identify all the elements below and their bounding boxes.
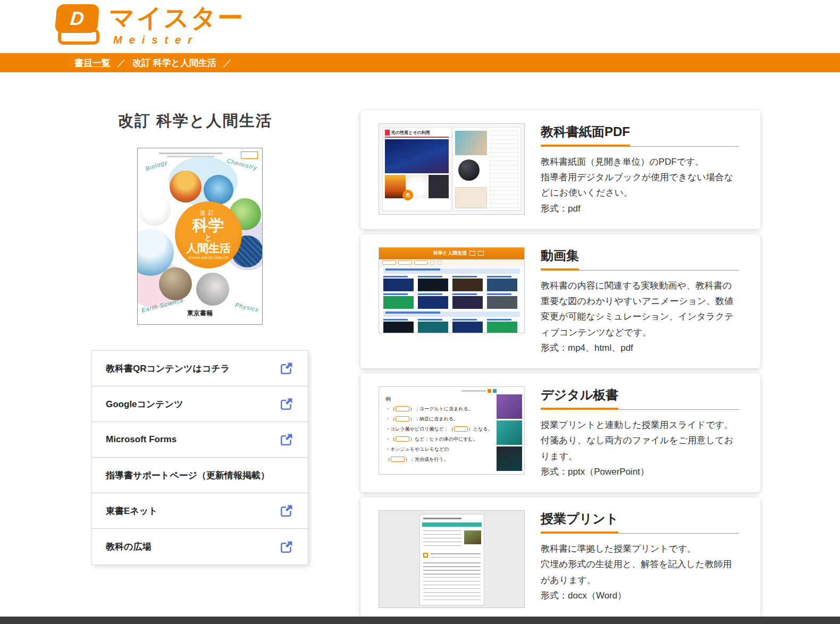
cover-publisher: 東京書籍 [138,309,262,318]
slide-text-lines: ・（）：ヨーグルトに含まれる。 ・（）：納豆に含まれる。 ・コレラ菌やピロリ菌な… [385,404,494,465]
mock-chapter-header: 光の性質とその利用 [385,130,449,138]
mock-text-lines [423,530,461,549]
logo-sub-text: Meister [113,34,245,46]
breadcrumb-home-link[interactable]: 書目一覧 [74,57,111,69]
sidebar-link-google-contents[interactable]: Googleコンテンツ [92,386,308,422]
mock-page-right [452,127,521,211]
logo-main-text: マイスター [109,5,245,31]
mock-photo [458,159,480,181]
cover-revision-badge: 改訂 [175,209,242,217]
site-logo[interactable]: D マイスター Meister [56,4,245,46]
external-links-list: 教科書QRコンテンツはコチラ Googleコンテンツ Microsoft For… [91,350,308,565]
logo-d-icon: D [56,4,102,46]
cover-approval-text [159,153,223,154]
card-lesson-prints[interactable]: 授業プリント 教科書に準拠した授業プリントです。 穴埋め形式の生徒用と、解答を記… [360,497,760,621]
card-description: 授業プリントと連動した授業用スライドです。 付箋あり、なし両方のファイルをご用意… [541,417,739,464]
external-link-icon[interactable] [279,397,294,411]
mock-video-row [379,292,524,310]
external-link-icon[interactable] [279,361,294,376]
card-format: 形式：docx（Word） [541,588,739,603]
mock-video-row [379,275,524,292]
card-text-block: 授業プリント 教科書に準拠した授業プリントです。 穴埋め形式の生徒用と、解答を記… [541,510,739,608]
cover-title-line3: 人間生活 [175,242,242,254]
cover-title-line1: 科学 [175,217,242,234]
link-label: 教科の広場 [106,541,151,553]
thumbnail-textbook-pdf[interactable]: 光の性質とその利用 光 [379,123,525,215]
mock-pager [437,260,442,265]
main-content: 改訂 科学と人間生活 改訂 科学 と [0,72,840,621]
mock-section-header [383,311,520,317]
mock-slide-photos [497,394,522,471]
mock-tab [414,260,428,265]
link-label: Googleコンテンツ [106,398,183,410]
slide-heading: 例 [385,395,391,403]
fill-in-blank [396,406,409,411]
mock-photo-row [385,175,449,198]
card-description: 教科書に準拠した授業プリントです。 穴埋め形式の生徒用と、解答を記入した教師用が… [541,541,739,588]
cover-photo-rocks [159,267,192,300]
thumbnail-lesson-prints[interactable] [379,510,525,608]
link-label: 東書Eネット [106,505,158,517]
mock-site-title: 科学と人間生活 [433,250,467,257]
card-title: デジタル板書 [541,386,618,410]
card-title: 教科書紙面PDF [541,123,630,147]
footer-bar [0,617,840,624]
mock-pager [430,260,435,265]
card-video-collection[interactable]: 科学と人間生活 [360,234,760,368]
mock-diagram [490,131,518,210]
card-digital-board[interactable]: 例 ・（）：ヨーグルトに含まれる。 ・（）：納豆に含まれる。 ・コレラ菌やピロリ… [360,374,760,492]
sidebar-link-qr-contents[interactable]: 教科書QRコンテンツはコチラ [92,351,308,386]
card-format: 形式：pdf [541,201,739,216]
mock-diagram [455,187,487,208]
breadcrumb-separator: ／ [117,57,126,69]
breadcrumb-current: 改訂 科学と人間生活 [132,57,216,69]
sidebar-link-guide-support-page[interactable]: 指導書サポートページ（更新情報掲載） [92,458,308,493]
page-title: 改訂 科学と人間生活 [118,111,308,132]
thumbnail-video-collection[interactable]: 科学と人間生活 [379,247,525,333]
mock-video-row [379,318,524,333]
external-link-icon[interactable] [279,432,294,447]
sidebar-link-microsoft-forms[interactable]: Microsoft Forms [92,422,308,458]
card-text-block: 動画集 教科書の内容に関連する実験動画や、教科書の重要な図のわかりやすいアニメー… [541,247,739,356]
sidebar-link-kyoka-no-hiroba[interactable]: 教科の広場 [92,529,308,564]
card-title-underline: 授業プリント [541,510,739,534]
card-description: 教科書紙面（見開き単位）のPDFです。 指導者用デジタルブックが使用できない場合… [541,154,739,201]
card-format: 形式：mp4、html、pdf [541,340,739,356]
card-description: 教科書の内容に関連する実験動画や、教科書の重要な図のわかりやすいアニメーション、… [541,278,739,340]
mock-header-box [469,251,475,256]
cover-photo-burger [170,171,201,203]
mock-header-box [478,251,484,256]
fill-in-blank [396,436,409,442]
mock-toolbar [379,259,524,267]
card-title-underline: 動画集 [541,247,739,271]
mock-tab [398,260,412,265]
cover-title-circle: 改訂 科学 と 人間生活 Science and Our Daily Life [175,201,242,268]
mock-text-lines [431,553,481,558]
mock-page-left: 光の性質とその利用 [382,127,451,211]
cover-title-line2: と [175,234,242,242]
textbook-cover-image: 改訂 科学 と 人間生活 Science and Our Daily Life … [137,148,263,325]
card-title-underline: デジタル板書 [541,386,739,410]
link-label: 教科書QRコンテンツはコチラ [106,362,230,375]
mock-text-lines [423,562,481,602]
cover-code-box [241,151,258,159]
content-cards: 光の性質とその利用 光 [360,72,760,621]
fill-in-blank [396,416,409,421]
cover-photo-yogurt [139,194,171,226]
card-textbook-pdf[interactable]: 光の性質とその利用 光 [360,111,760,229]
chapter-chip [385,130,390,136]
cover-subtitle: Science and Our Daily Life [175,256,242,259]
card-title: 動画集 [541,247,579,271]
mock-section-number-box [423,553,428,558]
sidebar-link-tosho-e-net[interactable]: 東書Eネット [92,493,308,529]
chapter-title: 光の性質とその利用 [391,130,430,136]
link-label: Microsoft Forms [106,434,177,445]
fill-in-blank [391,457,405,462]
external-link-icon[interactable] [279,539,294,554]
thumbnail-digital-board[interactable]: 例 ・（）：ヨーグルトに含まれる。 ・（）：納豆に含まれる。 ・コレラ菌やピロリ… [379,386,525,475]
cover-photo-cups [204,175,233,205]
external-link-icon[interactable] [279,503,294,518]
mock-document-page [419,514,484,605]
mock-doc-heading-band [422,522,482,527]
mock-photo [385,139,449,173]
